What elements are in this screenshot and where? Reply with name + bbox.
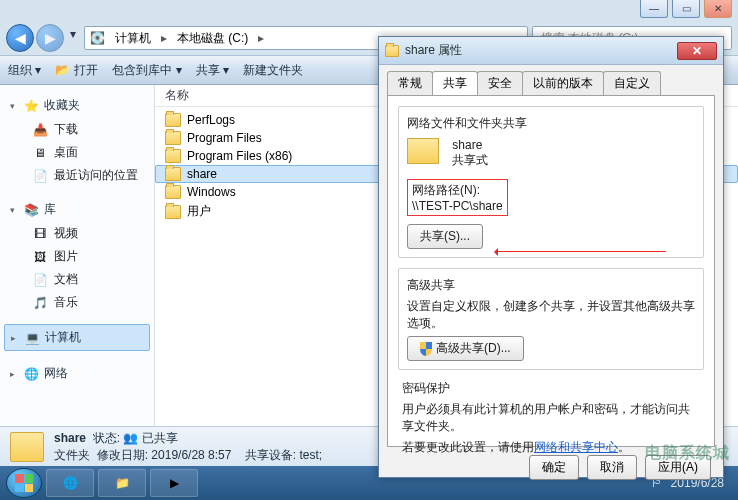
network-share-section: 网络文件和文件夹共享 share 共享式 网络路径(N): \\TEST-PC\…	[398, 106, 704, 258]
section-title: 密码保护	[402, 380, 700, 397]
watermark: 电脑系统城	[645, 443, 730, 464]
tab-customize[interactable]: 自定义	[603, 71, 661, 95]
shield-icon	[420, 342, 432, 356]
netpath-value: \\TEST-PC\share	[412, 199, 503, 213]
picture-icon: 🖼	[32, 249, 48, 265]
maximize-button[interactable]: ▭	[672, 0, 700, 18]
tab-security[interactable]: 安全	[477, 71, 523, 95]
sidebar: ▾⭐收藏夹 📥下载 🖥桌面 📄最近访问的位置 ▾📚库 🎞视频 🖼图片 📄文档 🎵…	[0, 85, 155, 460]
folder-icon	[165, 131, 181, 145]
tab-content: 网络文件和文件夹共享 share 共享式 网络路径(N): \\TEST-PC\…	[387, 95, 715, 447]
share-menu[interactable]: 共享 ▾	[196, 62, 229, 79]
netpath-label: 网络路径(N):	[412, 182, 503, 199]
section-title: 高级共享	[407, 277, 695, 294]
folder-icon	[10, 432, 44, 462]
taskbar-item-explorer[interactable]: 📁	[98, 469, 146, 497]
people-icon: 👥	[123, 431, 138, 445]
tab-previous-versions[interactable]: 以前的版本	[522, 71, 604, 95]
sidebar-favorites[interactable]: ▾⭐收藏夹	[4, 93, 150, 118]
close-button[interactable]: ✕	[704, 0, 732, 18]
taskbar-item-ie[interactable]: 🌐	[46, 469, 94, 497]
forward-button[interactable]: ▶	[36, 24, 64, 52]
sidebar-item-documents[interactable]: 📄文档	[4, 268, 150, 291]
windows-logo-icon	[15, 474, 33, 492]
type-label: 文件夹	[54, 448, 90, 462]
sidebar-item-recent[interactable]: 📄最近访问的位置	[4, 164, 150, 187]
sidebar-item-music[interactable]: 🎵音乐	[4, 291, 150, 314]
folder-icon	[165, 205, 181, 219]
mod-label: 修改日期:	[97, 448, 148, 462]
taskbar-item-media[interactable]: ▶	[150, 469, 198, 497]
include-menu[interactable]: 包含到库中 ▾	[112, 62, 181, 79]
section-desc: 设置自定义权限，创建多个共享，并设置其他高级共享选项。	[407, 298, 695, 332]
section-desc: 用户必须具有此计算机的用户帐户和密码，才能访问共享文件夹。	[402, 401, 700, 435]
tab-strip: 常规 共享 安全 以前的版本 自定义	[379, 65, 723, 95]
sidebar-item-desktop[interactable]: 🖥桌面	[4, 141, 150, 164]
document-icon: 📄	[32, 272, 48, 288]
download-icon: 📥	[32, 122, 48, 138]
cancel-button[interactable]: 取消	[587, 455, 637, 480]
star-icon: ⭐	[23, 98, 39, 114]
advanced-share-button[interactable]: 高级共享(D)...	[407, 336, 524, 361]
window-controls: — ▭ ✕	[640, 0, 732, 22]
breadcrumb-separator: ▸	[258, 31, 264, 45]
organize-menu[interactable]: 组织 ▾	[8, 62, 41, 79]
section-title: 网络文件和文件夹共享	[407, 115, 695, 132]
video-icon: 🎞	[32, 226, 48, 242]
folder-icon	[165, 149, 181, 163]
mod-value: 2019/6/28 8:57	[151, 448, 231, 462]
dialog-title: share 属性	[405, 42, 462, 59]
sidebar-item-videos[interactable]: 🎞视频	[4, 222, 150, 245]
breadcrumb[interactable]: 计算机	[109, 28, 157, 49]
sidebar-item-downloads[interactable]: 📥下载	[4, 118, 150, 141]
annotation-arrow	[496, 251, 666, 252]
link-prefix: 若要更改此设置，请使用	[402, 440, 534, 454]
start-button[interactable]	[6, 468, 42, 498]
details-name: share	[54, 431, 86, 445]
advanced-share-section: 高级共享 设置自定义权限，创建多个共享，并设置其他高级共享选项。 高级共享(D)…	[398, 268, 704, 370]
state-value: 已共享	[142, 431, 178, 445]
share-button[interactable]: 共享(S)...	[407, 224, 483, 249]
music-icon: 🎵	[32, 295, 48, 311]
open-icon: 📂	[55, 63, 70, 77]
folder-icon	[165, 167, 181, 181]
new-folder-button[interactable]: 新建文件夹	[243, 62, 303, 79]
dialog-close-button[interactable]: ✕	[677, 42, 717, 60]
sidebar-network[interactable]: ▸🌐网络	[4, 361, 150, 386]
tab-sharing[interactable]: 共享	[432, 71, 478, 95]
properties-dialog: share 属性 ✕ 常规 共享 安全 以前的版本 自定义 网络文件和文件夹共享…	[378, 36, 724, 478]
share-state: 共享式	[452, 152, 488, 169]
back-button[interactable]: ◀	[6, 24, 34, 52]
drive-icon: 💽	[89, 30, 105, 46]
breadcrumb-separator: ▸	[161, 31, 167, 45]
share-dev-label: 共享设备:	[245, 448, 296, 462]
minimize-button[interactable]: —	[640, 0, 668, 18]
history-dropdown[interactable]: ▾	[66, 24, 80, 44]
tab-general[interactable]: 常规	[387, 71, 433, 95]
state-label: 状态:	[93, 431, 120, 445]
ok-button[interactable]: 确定	[529, 455, 579, 480]
dialog-titlebar[interactable]: share 属性 ✕	[379, 37, 723, 65]
breadcrumb[interactable]: 本地磁盘 (C:)	[171, 28, 254, 49]
shared-folder-icon	[407, 138, 439, 164]
folder-icon	[165, 113, 181, 127]
sidebar-computer[interactable]: ▸💻计算机	[4, 324, 150, 351]
share-name: share	[452, 138, 488, 152]
network-icon: 🌐	[23, 366, 39, 382]
computer-icon: 💻	[24, 330, 40, 346]
library-icon: 📚	[23, 202, 39, 218]
network-path-highlight: 网络路径(N): \\TEST-PC\share	[407, 179, 508, 216]
network-sharing-center-link[interactable]: 网络和共享中心	[534, 440, 618, 454]
recent-icon: 📄	[32, 168, 48, 184]
folder-icon	[165, 185, 181, 199]
open-button[interactable]: 📂打开	[55, 62, 98, 79]
folder-icon	[385, 45, 399, 57]
desktop-icon: 🖥	[32, 145, 48, 161]
sidebar-item-pictures[interactable]: 🖼图片	[4, 245, 150, 268]
sidebar-libraries[interactable]: ▾📚库	[4, 197, 150, 222]
share-dev-value: test;	[299, 448, 322, 462]
